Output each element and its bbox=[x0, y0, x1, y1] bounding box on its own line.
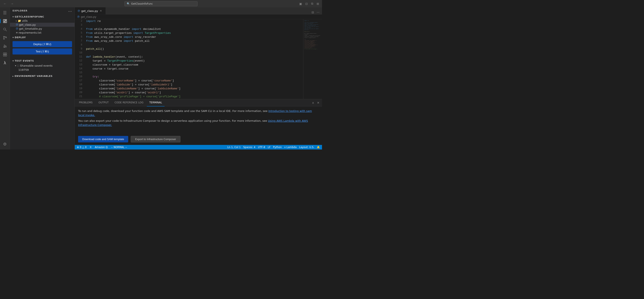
menu-icon[interactable]: ☰ bbox=[1, 9, 9, 16]
errors-count: 0 bbox=[80, 146, 82, 149]
panel-controls: ∧ ✕ bbox=[311, 101, 320, 105]
project-name: GETCLASSINFOFUNC bbox=[14, 16, 44, 18]
main-layout: ☰ bbox=[0, 7, 322, 150]
search-text: GetClassInfoFunc bbox=[131, 2, 153, 5]
code-line-11: def lambda_handler(event, context): bbox=[86, 55, 302, 59]
layout3-icon[interactable]: ⧉ bbox=[310, 2, 314, 6]
panel-tab-problems[interactable]: PROBLEMS bbox=[76, 99, 95, 106]
panel-tab-output[interactable]: OUTPUT bbox=[96, 99, 111, 106]
code-line-7: from aws_xray_sdk.core import patch_all bbox=[86, 39, 302, 43]
terminal-text2: You can also export your code to Infrast… bbox=[78, 119, 319, 127]
deploy-button[interactable]: Deploy (⇧⌘U) bbox=[12, 41, 72, 47]
panel-tabs: PROBLEMS OUTPUT CODE REFERENCE LOG TERMI… bbox=[75, 99, 322, 106]
deploy-buttons: Deploy (⇧⌘U) Test (⇧⌘I) bbox=[10, 40, 74, 58]
status-errors[interactable]: ⊗ 0 △ 0 bbox=[77, 146, 87, 149]
lambda-icon[interactable]: λ bbox=[1, 59, 9, 66]
status-amazon-q[interactable]: Amazon Q bbox=[95, 146, 108, 149]
terminal-buttons: Download code and SAM template Export to… bbox=[75, 136, 322, 145]
utils-folder[interactable]: ▸ 📁 utils bbox=[10, 19, 74, 23]
editor-area: Ⓟ get_class.py ✕ ⊟ ⋯ Ⓟ get_class.py 2 3 … bbox=[75, 7, 322, 150]
panel-close-button[interactable]: ✕ bbox=[316, 101, 320, 105]
status-encoding[interactable]: UTF-8 bbox=[258, 146, 265, 149]
activity-bottom: ⚙ bbox=[1, 140, 9, 148]
status-pause[interactable]: II bbox=[90, 146, 92, 149]
code-line-18: classroom['labGuide'] = course['labGuide… bbox=[86, 83, 302, 87]
sidebar-title: EXPLORER ... bbox=[10, 7, 74, 14]
code-line-17: classroom['courseName'] = course['course… bbox=[86, 79, 302, 83]
forward-button[interactable]: → bbox=[9, 2, 15, 6]
spaces-label: Spaces: 4 bbox=[243, 146, 256, 149]
git-icon[interactable] bbox=[1, 34, 9, 42]
svg-rect-1 bbox=[5, 20, 7, 20]
panel-maximize-button[interactable]: ∧ bbox=[311, 101, 315, 105]
panel-tab-terminal[interactable]: TERMINAL bbox=[147, 99, 164, 106]
extensions-icon[interactable] bbox=[1, 51, 9, 58]
export-infrastructure-button[interactable]: Export to Infrastructure Composer bbox=[131, 136, 180, 142]
shareable-events-item[interactable]: ▾ ⬚ Shareable saved events bbox=[10, 64, 74, 68]
code-content[interactable]: import re from utils.dynamodb_handler im… bbox=[84, 19, 303, 99]
back-button[interactable]: ← bbox=[2, 2, 8, 6]
status-line-ending[interactable]: LF bbox=[268, 146, 271, 149]
file-label2: get_timetable.py bbox=[19, 27, 42, 30]
breadcrumb: Ⓟ get_class.py bbox=[75, 14, 322, 19]
py-breadcrumb-icon: Ⓟ bbox=[77, 15, 80, 18]
code-line-8 bbox=[86, 43, 302, 47]
py-file-icon2: Ⓟ bbox=[16, 27, 18, 30]
status-bell[interactable]: 🔔 bbox=[317, 146, 320, 149]
code-line-4: from utils.dynamodb_handler import decim… bbox=[86, 27, 302, 31]
svg-point-7 bbox=[3, 38, 4, 40]
editor-tab-get-class[interactable]: Ⓟ get_class.py ✕ bbox=[75, 7, 106, 14]
status-remote[interactable]: ⎆ Lambda bbox=[284, 146, 296, 149]
status-spaces[interactable]: Spaces: 4 bbox=[243, 146, 256, 149]
amazon-q-label: Amazon Q bbox=[95, 146, 108, 149]
test-button[interactable]: Test (⇧⌘I) bbox=[12, 48, 72, 54]
get-timetable-file[interactable]: Ⓟ get_timetable.py bbox=[10, 27, 74, 31]
code-line-16: try: bbox=[86, 75, 302, 79]
status-language[interactable]: Python bbox=[273, 146, 282, 149]
env-vars-header[interactable]: ▸ ENVIRONMENT VARIABLES bbox=[10, 74, 74, 79]
status-layout[interactable]: Layout: U.S. bbox=[299, 146, 314, 149]
code-line-9: patch_all() bbox=[86, 47, 302, 51]
terminal-tab-label: TERMINAL bbox=[149, 101, 162, 104]
panel-tab-code-reference[interactable]: CODE REFERENCE LOG bbox=[112, 99, 146, 106]
split-editor-icon[interactable]: ⊟ bbox=[311, 10, 315, 14]
chevron-down-icon: ▾ bbox=[12, 16, 14, 18]
svg-marker-10 bbox=[4, 45, 6, 48]
py-file-icon: Ⓟ bbox=[16, 23, 18, 26]
sidebar-more-icon[interactable]: ... bbox=[68, 9, 72, 12]
folder-label: utils bbox=[22, 19, 28, 22]
chevron-right-icon2: ▸ bbox=[12, 75, 14, 77]
svg-rect-0 bbox=[3, 20, 5, 21]
layout4-icon[interactable]: ⊞ bbox=[316, 2, 320, 6]
search-bar[interactable]: 🔍 GetClassInfoFunc bbox=[124, 1, 198, 6]
deploy-header[interactable]: ▾ DEPLOY bbox=[10, 36, 74, 40]
top-bar: ← → 🔍 GetClassInfoFunc ▣ ⊡ ⧉ ⊞ bbox=[0, 0, 322, 7]
mode-label: -- NORMAL -- bbox=[111, 146, 127, 149]
debug-icon[interactable] bbox=[1, 42, 9, 50]
search-activity-icon[interactable] bbox=[1, 26, 9, 33]
test-events-header[interactable]: ▾ TEST EVENTS bbox=[10, 58, 74, 64]
problems-tab-label: PROBLEMS bbox=[79, 101, 93, 104]
pause-icon: II bbox=[90, 146, 92, 149]
code-line-20: classroom['ocsUrl'] = course['ocsUrl'] bbox=[86, 90, 302, 94]
layout1-icon[interactable]: ▣ bbox=[298, 2, 303, 6]
env-vars-label: ENVIRONMENT VARIABLES bbox=[14, 75, 52, 78]
project-header[interactable]: ▾ GETCLASSINFOFUNC bbox=[10, 15, 74, 19]
get-class-file[interactable]: Ⓟ get_class.py bbox=[10, 23, 74, 27]
code-line-15 bbox=[86, 71, 302, 75]
explorer-icon[interactable] bbox=[1, 17, 9, 25]
encoding-label: UTF-8 bbox=[258, 146, 265, 149]
test-events-label: TEST EVENTS bbox=[14, 60, 34, 62]
language-label: Python bbox=[273, 146, 282, 149]
layout2-icon[interactable]: ⊡ bbox=[304, 2, 309, 6]
project-section: ▾ GETCLASSINFOFUNC ▸ 📁 utils Ⓟ get_class… bbox=[10, 15, 74, 35]
event-number[interactable]: 119759 bbox=[10, 68, 74, 72]
tab-close-button[interactable]: ✕ bbox=[99, 9, 102, 12]
code-editor: 2 3 4 5 6 7 8 9 10 11 12 13 14 15 16 17 … bbox=[75, 19, 322, 99]
tab-bar: Ⓟ get_class.py ✕ ⊟ ⋯ bbox=[75, 7, 322, 14]
status-position[interactable]: Ln 1, Col 1 bbox=[228, 146, 241, 149]
requirements-file[interactable]: ≡ requirements.txt bbox=[10, 31, 74, 35]
settings-icon[interactable]: ⚙ bbox=[1, 140, 9, 148]
editor-more-icon[interactable]: ⋯ bbox=[316, 10, 320, 14]
download-code-button[interactable]: Download code and SAM template bbox=[78, 136, 128, 142]
